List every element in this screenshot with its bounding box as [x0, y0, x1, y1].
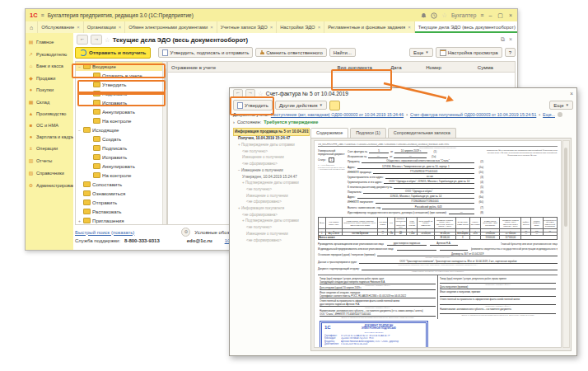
tree-item[interactable]: На контроле — [76, 116, 166, 125]
dialog-tree-item[interactable]: − Извещение о получении — [233, 167, 310, 174]
sidebar-item[interactable]: ▲ Производство — [26, 110, 73, 118]
tab-close-icon[interactable]: × — [318, 25, 321, 30]
column-sum[interactable]: Сумма — [478, 64, 515, 70]
dialog-more-button[interactable]: Еще▼ — [549, 101, 573, 110]
tab-item[interactable]: Обслуживание × — [38, 21, 84, 33]
signature-key-icon[interactable] — [329, 101, 340, 110]
dialog-star-icon[interactable]: ☆ — [258, 90, 264, 97]
tree-item[interactable]: Отправить — [76, 198, 166, 207]
quick-search-link[interactable]: Быстрый поиск (показать) — [75, 230, 134, 235]
dialog-tree-item[interactable]: Извещение о получении — [233, 193, 310, 200]
dialog-tree-item[interactable]: <не получено> — [233, 186, 310, 193]
sidebar-item[interactable]: ↗ Руководителю — [26, 49, 73, 59]
approve-sign-send-button[interactable]: Утвердить, подписать и отправить — [158, 47, 253, 58]
document-scrollbar[interactable] — [562, 140, 570, 348]
find-button[interactable]: Найти... — [329, 48, 356, 57]
tree-item[interactable]: На контроле — [76, 171, 166, 180]
tree-item[interactable]: Отразить в учете — [76, 71, 166, 80]
tree-item[interactable]: Исправить — [76, 153, 166, 162]
tab-item[interactable]: Учетные записи ЭДО × — [217, 21, 278, 33]
favorites-icon[interactable]: ☆ — [441, 12, 447, 19]
dialog-tree-item[interactable]: <не сформировано> — [233, 237, 310, 244]
tab-close-icon[interactable]: × — [408, 25, 411, 30]
sidebar-item[interactable]: ± Операции — [26, 144, 73, 153]
dialog-tree-item[interactable]: <не получено> — [233, 225, 310, 232]
sidebar-item[interactable]: ◆ Продажи — [26, 73, 73, 82]
tree-item[interactable]: Распаковать — [76, 207, 166, 216]
tab-close-icon[interactable]: × — [270, 25, 273, 30]
dialog-close-icon[interactable]: × — [570, 91, 573, 96]
sidebar-item[interactable]: ▧ Справочники — [26, 168, 73, 177]
tree-item[interactable]: Исправить — [76, 98, 166, 107]
dialog-tree-item[interactable]: + Подтверждение даты отправки — [233, 218, 310, 225]
accounting-doc-link-2[interactable]: Счет-фактура полученный ОД00-000003 от 1… — [410, 112, 536, 117]
dialog-tab[interactable]: Подписи (1) — [350, 128, 386, 138]
forward-button[interactable]: → — [91, 35, 102, 45]
close-page-icon[interactable]: × — [509, 36, 512, 43]
dialog-tree-item[interactable]: Информация продавца № 5 от 10.04.2019 — [233, 128, 310, 136]
dialog-tree-item[interactable]: Получен, 10.04.2019 15:24:47 — [233, 136, 310, 143]
column-number[interactable]: Номер — [426, 64, 478, 70]
notifications-icon[interactable] — [421, 12, 427, 19]
dialog-tree-item[interactable]: <не сформировано> — [233, 200, 310, 206]
tab-item[interactable]: Текущие дела ЭДО (весь документооборот) … — [415, 21, 517, 33]
sidebar-item[interactable]: ▦ Склад — [26, 97, 73, 106]
expand-marker[interactable]: + — [77, 218, 82, 223]
column-reflection[interactable]: Отражение в учете — [168, 64, 338, 70]
sidebar-item[interactable]: ⌂ Банк и касса — [26, 62, 73, 70]
sidebar-item[interactable]: ▤ Главное — [26, 37, 73, 46]
send-receive-button[interactable]: Отправить и получить — [75, 47, 151, 59]
tree-item[interactable]: Ознакомиться — [76, 189, 166, 198]
more-button[interactable]: Еще▼ — [409, 48, 433, 57]
close-button[interactable]: × — [508, 12, 513, 18]
tree-item[interactable]: − Исходящие — [76, 125, 166, 134]
dialog-tree-item[interactable]: + Подтверждение даты отправки — [233, 142, 310, 148]
dialog-tree-item[interactable]: <не получено> — [233, 148, 310, 155]
column-date[interactable]: Дата — [390, 64, 426, 70]
view-settings-button[interactable]: Настройка просмотра — [436, 47, 502, 58]
sidebar-item[interactable]: ♦ Покупки — [26, 86, 73, 94]
tab-close-icon[interactable]: × — [119, 25, 122, 30]
dialog-tab[interactable]: Содержимое — [310, 128, 348, 138]
state-expander[interactable]: › — [233, 120, 235, 124]
dialog-back-button[interactable]: ← — [233, 89, 243, 98]
tab-item[interactable]: Организации × — [84, 21, 126, 33]
favorite-star-icon[interactable]: ☆ — [105, 36, 110, 44]
tree-item[interactable]: Аннулировать — [76, 107, 166, 116]
dialog-tree-item[interactable]: <не сформирована> — [233, 212, 310, 218]
support-email[interactable]: edo@1c.ru — [187, 238, 212, 243]
main-menu-icon[interactable]: ≡ — [41, 12, 44, 18]
sidebar-item[interactable]: ▥ Отчеты — [26, 156, 73, 165]
search-settings-icon[interactable]: ⚙ — [181, 228, 190, 237]
tab-item[interactable]: Обмен электронными документами × — [125, 21, 217, 33]
column-doc-type[interactable]: Вид документа — [338, 64, 391, 70]
history-icon[interactable] — [431, 12, 437, 19]
tree-item[interactable]: Создать — [76, 134, 166, 143]
tab-close-icon[interactable]: × — [77, 25, 80, 30]
help-button[interactable]: ? — [505, 48, 516, 57]
dialog-forward-button[interactable]: → — [245, 89, 255, 98]
minimize-button[interactable]: – — [488, 12, 492, 18]
expand-marker[interactable]: − — [77, 128, 82, 133]
tab-item[interactable]: Настройки ЭДО × — [277, 21, 324, 33]
user-menu[interactable]: Бухгалтер — [451, 12, 476, 18]
maximize-button[interactable]: ▢ — [497, 12, 504, 19]
dialog-tree-item[interactable]: + Информация покупателя — [233, 205, 310, 212]
open-in-window-icon[interactable]: ⧉ — [501, 36, 505, 43]
accounting-doc-link-1[interactable]: Поступление (акт, накладная) ОД00-000003… — [271, 112, 404, 117]
dialog-tree-item[interactable]: Извещение о получении — [233, 155, 310, 162]
tree-item[interactable]: Подписать — [76, 89, 166, 98]
tab-item[interactable]: Регламентные и фоновые задания × — [324, 21, 415, 33]
sidebar-item[interactable]: ■ ОС и НМА — [26, 121, 73, 129]
tree-scrollbar[interactable] — [162, 62, 166, 224]
dialog-tree-item[interactable]: <не сформировано> — [233, 162, 310, 168]
dialog-tree-item[interactable]: Утвержден, 10.04.2019 15:24:47 — [233, 174, 310, 181]
other-actions-button[interactable]: Другие действия▼ — [275, 101, 327, 110]
service-menu-icon[interactable]: ≡ — [480, 12, 483, 18]
tree-item[interactable]: − Входящие — [76, 62, 166, 71]
sidebar-item[interactable]: ● Зарплата и кадры — [26, 133, 73, 141]
docs-more-link[interactable]: Еще... — [543, 112, 555, 117]
home-tab-icon[interactable]: ⌂ — [26, 21, 38, 33]
dialog-tree-item[interactable]: Извещение о получении — [233, 231, 310, 237]
docs-settings-icon[interactable] — [558, 112, 562, 117]
